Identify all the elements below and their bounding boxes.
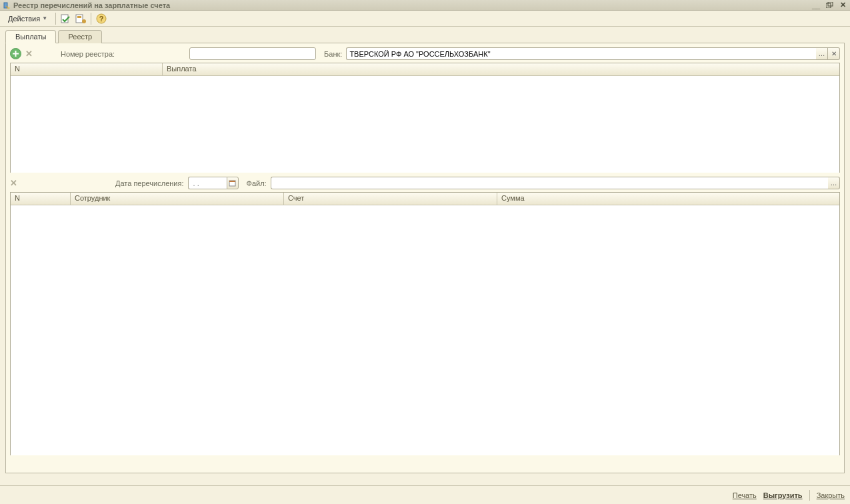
file-input[interactable]	[271, 177, 828, 189]
col-employee[interactable]: Сотрудник	[71, 193, 284, 205]
bank-label: Банк:	[324, 50, 342, 58]
main-panel: ✕ Номер реестра: Банк: … ✕ N Выплата ✕ Д…	[5, 43, 845, 473]
bank-select: … ✕	[346, 47, 840, 60]
file-label: Файл:	[247, 179, 267, 187]
delete-detail-button[interactable]: ✕	[10, 178, 17, 188]
tabs: Выплаты Реестр	[5, 29, 845, 43]
payments-table: N Выплата	[10, 63, 840, 173]
export-button[interactable]: Выгрузить	[763, 491, 803, 499]
details-table-body[interactable]	[11, 205, 839, 455]
svg-rect-5	[76, 15, 83, 23]
file-lookup-button[interactable]: …	[828, 177, 840, 189]
chevron-down-icon: ▼	[42, 15, 47, 21]
details-table-header: N Сотрудник Счет Сумма	[11, 193, 839, 205]
svg-rect-6	[77, 16, 81, 18]
bank-clear-button[interactable]: ✕	[828, 47, 840, 60]
transfer-date-input[interactable]	[188, 177, 227, 189]
svg-text:?: ?	[99, 15, 104, 23]
col-account[interactable]: Счет	[284, 193, 497, 205]
svg-rect-11	[229, 181, 235, 182]
footer: Печать Выгрузить Закрыть	[0, 485, 850, 504]
close-button[interactable]: ✕	[838, 1, 847, 10]
col-n[interactable]: N	[11, 63, 163, 75]
registry-number-input[interactable]	[189, 47, 316, 60]
print-button[interactable]: Печать	[733, 491, 757, 499]
bank-lookup-button[interactable]: …	[816, 47, 828, 60]
maximize-button[interactable]	[825, 1, 834, 10]
col-n2[interactable]: N	[11, 193, 71, 205]
save-and-close-icon[interactable]	[60, 13, 72, 25]
actions-label: Действия	[8, 15, 40, 23]
calendar-icon[interactable]	[227, 177, 239, 189]
help-icon[interactable]: ?	[95, 13, 107, 25]
tab-payments[interactable]: Выплаты	[5, 30, 56, 43]
payments-table-body[interactable]	[11, 76, 839, 173]
registry-number-label: Номер реестра:	[61, 50, 115, 58]
titlebar: Реестр перечислений на зарплатные счета …	[0, 0, 850, 11]
delete-row-button[interactable]: ✕	[25, 49, 33, 59]
svg-point-1	[8, 7, 10, 9]
col-sum[interactable]: Сумма	[497, 193, 839, 205]
add-row-button[interactable]	[10, 48, 21, 59]
details-table: N Сотрудник Счет Сумма	[10, 192, 840, 455]
svg-point-7	[82, 19, 86, 23]
tab-registry[interactable]: Реестр	[58, 30, 102, 43]
save-icon[interactable]	[75, 13, 87, 25]
toolbar: Действия ▼ ?	[0, 11, 850, 27]
window-title: Реестр перечислений на зарплатные счета	[13, 1, 170, 9]
col-payment[interactable]: Выплата	[163, 63, 839, 75]
minimize-button[interactable]: __	[811, 1, 821, 10]
close-link[interactable]: Закрыть	[817, 491, 845, 499]
bank-input[interactable]	[346, 47, 816, 60]
file-select: …	[271, 177, 840, 189]
transfer-date-label: Дата перечисления:	[115, 179, 184, 187]
separator	[91, 13, 91, 25]
filter-row-top: ✕ Номер реестра: Банк: … ✕	[10, 47, 840, 60]
window-controls: __ ✕	[811, 1, 847, 10]
transfer-date-field	[188, 177, 239, 189]
payments-table-header: N Выплата	[11, 63, 839, 76]
actions-menu-button[interactable]: Действия ▼	[4, 13, 51, 24]
app-icon	[3, 1, 11, 9]
filter-row-mid: ✕ Дата перечисления: Файл: …	[10, 177, 840, 189]
separator	[809, 490, 810, 501]
separator	[55, 13, 56, 25]
